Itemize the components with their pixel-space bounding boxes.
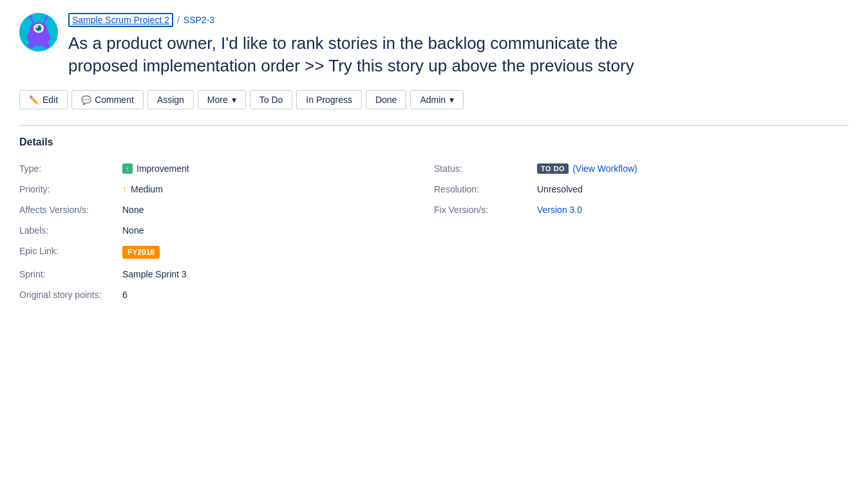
svg-point-10 bbox=[30, 16, 33, 19]
story-points-row: Original story points: 6 bbox=[19, 284, 434, 305]
resolution-row: Resolution: Unresolved bbox=[434, 179, 849, 200]
type-row: Type: ↑ Improvement bbox=[19, 158, 434, 179]
view-workflow-link[interactable]: (View Workflow) bbox=[572, 163, 637, 174]
labels-label: Labels: bbox=[19, 225, 122, 236]
more-button[interactable]: More ▾ bbox=[198, 90, 246, 109]
type-label: Type: bbox=[19, 163, 122, 174]
page-header: Sample Scrum Project 2 / SSP2-3 As a pro… bbox=[19, 13, 849, 77]
affects-version-row: Affects Version/s: None bbox=[19, 200, 434, 220]
story-points-value: 6 bbox=[122, 290, 127, 300]
svg-point-2 bbox=[28, 43, 34, 48]
details-left-column: Type: ↑ Improvement Priority: ↑ Medium A… bbox=[19, 158, 434, 305]
labels-value: None bbox=[122, 225, 144, 236]
type-text: Improvement bbox=[137, 163, 189, 174]
details-section: Details Type: ↑ Improvement Priority: ↑ … bbox=[19, 125, 849, 305]
type-value: ↑ Improvement bbox=[122, 163, 189, 174]
sprint-value: Sample Sprint 3 bbox=[122, 269, 187, 279]
more-chevron-icon: ▾ bbox=[232, 95, 236, 105]
admin-chevron-icon: ▾ bbox=[449, 95, 454, 105]
resolution-label: Resolution: bbox=[434, 184, 537, 194]
sprint-row: Sprint: Sample Sprint 3 bbox=[19, 264, 434, 284]
improvement-icon: ↑ bbox=[122, 163, 133, 174]
fix-version-label: Fix Version/s: bbox=[434, 205, 537, 215]
version-link[interactable]: Version 3.0 bbox=[537, 205, 582, 215]
assign-button[interactable]: Assign bbox=[147, 90, 194, 109]
comment-label: Comment bbox=[95, 95, 134, 105]
admin-label: Admin bbox=[420, 95, 446, 105]
project-logo bbox=[19, 13, 58, 51]
fix-version-row: Fix Version/s: Version 3.0 bbox=[434, 200, 849, 220]
epic-link-label: Epic Link: bbox=[19, 246, 122, 256]
comment-icon: 💬 bbox=[81, 95, 91, 105]
breadcrumb-separator: / bbox=[177, 15, 180, 25]
affects-version-value: None bbox=[122, 205, 144, 215]
admin-button[interactable]: Admin ▾ bbox=[410, 90, 464, 109]
done-button[interactable]: Done bbox=[366, 90, 406, 109]
svg-point-3 bbox=[43, 43, 50, 48]
fix-version-value: Version 3.0 bbox=[537, 205, 582, 215]
project-link[interactable]: Sample Scrum Project 2 bbox=[68, 13, 173, 27]
details-right-column: Status: TO DO (View Workflow) Resolution… bbox=[434, 158, 849, 305]
sprint-label: Sprint: bbox=[19, 269, 122, 279]
status-label: Status: bbox=[434, 163, 537, 174]
toolbar: ✏️ Edit 💬 Comment Assign More ▾ To Do In… bbox=[19, 90, 849, 109]
epic-badge[interactable]: FY2018 bbox=[122, 246, 160, 259]
priority-row: Priority: ↑ Medium bbox=[19, 179, 434, 200]
labels-row: Labels: None bbox=[19, 220, 434, 241]
priority-icon: ↑ bbox=[122, 184, 127, 194]
epic-link-row: Epic Link: FY2018 bbox=[19, 241, 434, 264]
status-badge: TO DO bbox=[537, 163, 569, 174]
breadcrumb: Sample Scrum Project 2 / SSP2-3 bbox=[68, 13, 849, 27]
svg-point-8 bbox=[37, 26, 39, 28]
priority-label: Priority: bbox=[19, 184, 122, 194]
header-content: Sample Scrum Project 2 / SSP2-3 As a pro… bbox=[68, 13, 849, 77]
status-value: TO DO (View Workflow) bbox=[537, 163, 637, 174]
edit-button[interactable]: ✏️ Edit bbox=[19, 90, 68, 109]
issue-id-link[interactable]: SSP2-3 bbox=[184, 15, 214, 25]
issue-title: As a product owner, I'd like to rank sto… bbox=[68, 32, 648, 77]
done-label: Done bbox=[375, 95, 397, 105]
details-title: Details bbox=[19, 136, 849, 148]
edit-label: Edit bbox=[42, 95, 58, 105]
svg-point-12 bbox=[45, 16, 48, 19]
in-progress-label: In Progress bbox=[306, 95, 352, 105]
resolution-value: Unresolved bbox=[537, 184, 583, 194]
priority-text: Medium bbox=[131, 184, 163, 194]
epic-link-value: FY2018 bbox=[122, 246, 160, 259]
todo-button[interactable]: To Do bbox=[250, 90, 293, 109]
priority-value: ↑ Medium bbox=[122, 184, 163, 194]
assign-label: Assign bbox=[157, 95, 184, 105]
todo-label: To Do bbox=[259, 95, 283, 105]
in-progress-button[interactable]: In Progress bbox=[296, 90, 362, 109]
more-label: More bbox=[207, 95, 228, 105]
story-points-label: Original story points: bbox=[19, 290, 122, 300]
affects-version-label: Affects Version/s: bbox=[19, 205, 122, 215]
edit-icon: ✏️ bbox=[29, 95, 39, 105]
details-grid: Type: ↑ Improvement Priority: ↑ Medium A… bbox=[19, 158, 849, 305]
status-row: Status: TO DO (View Workflow) bbox=[434, 158, 849, 179]
comment-button[interactable]: 💬 Comment bbox=[71, 90, 144, 109]
